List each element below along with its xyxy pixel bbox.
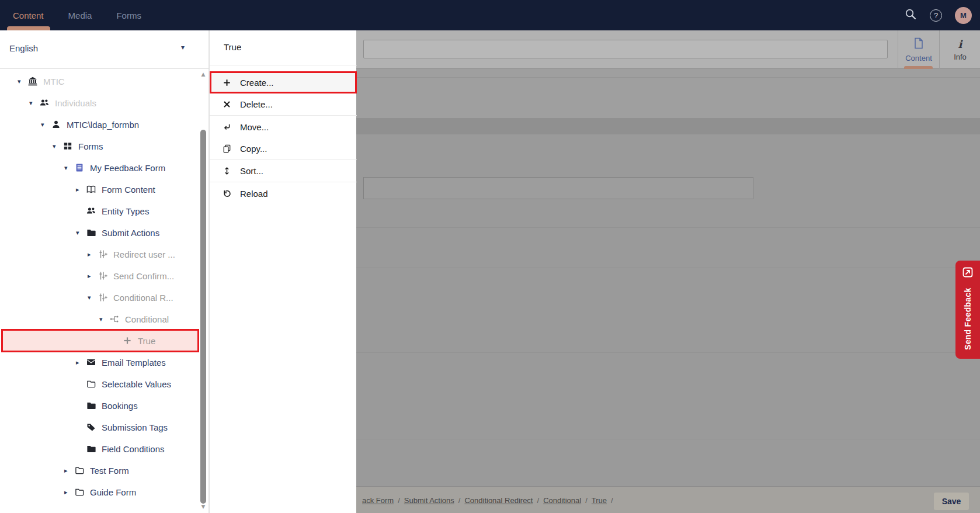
nav-tab-media[interactable]: Media	[68, 11, 92, 20]
menu-item-create[interactable]: Create...	[210, 71, 357, 93]
caret-right-icon[interactable]: ▸	[76, 359, 86, 366]
user-icon	[51, 120, 63, 129]
menu-item-label: Copy...	[240, 144, 267, 154]
help-icon[interactable]: ?	[930, 9, 942, 22]
name-input-dimmed	[363, 40, 888, 58]
tree-item-guide-form[interactable]: ▸Guide Form	[0, 481, 200, 502]
breadcrumb-link-true[interactable]: True	[592, 496, 607, 505]
caret-down-icon[interactable]: ▾	[29, 99, 40, 107]
caret-down-icon[interactable]: ▾	[88, 294, 98, 301]
tree-item-send-confirm[interactable]: ▸Send Confirm...	[0, 265, 200, 286]
caret-down-icon[interactable]: ▾	[64, 164, 75, 172]
caret-right-icon[interactable]: ▸	[64, 467, 75, 474]
tree-item-mtic-ldap-formbn[interactable]: ▾MTIC\ldap_formbn	[0, 114, 200, 135]
scrollbar-down-arrow[interactable]: ▼	[200, 504, 207, 509]
menu-item-sort[interactable]: Sort...	[210, 160, 357, 182]
dimmed-section-header	[356, 118, 980, 134]
menu-item-label: Sort...	[240, 166, 263, 176]
tree-item-label: Send Confirm...	[113, 271, 174, 281]
context-menu-panel: True Create...Delete...Move...Copy...Sor…	[209, 30, 356, 513]
menu-item-copy[interactable]: Copy...	[210, 138, 357, 160]
nav-active-underline	[7, 26, 50, 30]
move-icon	[223, 123, 233, 131]
caret-down-icon[interactable]: ▾	[18, 78, 28, 85]
tree-item-label: Guide Form	[90, 487, 136, 497]
grid-icon	[63, 141, 75, 151]
menu-item-label: Create...	[240, 78, 274, 88]
folder-outline-icon	[75, 466, 86, 475]
tree-item-label: My Feedback Form	[90, 163, 165, 173]
language-select[interactable]: English ▾	[0, 30, 209, 69]
caret-down-icon[interactable]: ▾	[99, 316, 110, 323]
breadcrumb-link-conditional-redirect[interactable]: Conditional Redirect	[464, 496, 533, 505]
tree-item-label: Redirect user ...	[113, 249, 175, 259]
cross-icon	[223, 100, 233, 109]
tree-item-label: Submission Tags	[102, 422, 168, 432]
nav-tab-forms[interactable]: Forms	[116, 11, 141, 20]
tree-item-my-feedback-form[interactable]: ▾My Feedback Form	[0, 157, 200, 178]
tree-item-label: Form Content	[102, 185, 155, 195]
folder-outline-icon	[75, 487, 86, 497]
tree-item-label: Bookings	[102, 401, 138, 411]
tree-item-email-templates[interactable]: ▸Email Templates	[0, 352, 200, 373]
reload-icon	[223, 189, 233, 198]
caret-right-icon[interactable]: ▸	[76, 186, 86, 193]
tree-item-redirect-user[interactable]: ▸Redirect user ...	[0, 244, 200, 265]
tree-item-label: True	[138, 336, 155, 346]
dimmed-divider	[356, 77, 980, 78]
tree-item-conditional-r[interactable]: ▾Conditional R...	[0, 287, 200, 308]
search-icon[interactable]	[904, 8, 917, 23]
plus-icon	[223, 78, 233, 87]
tree-item-label: Test Form	[90, 466, 129, 476]
tab-content-label: Content	[905, 54, 932, 63]
menu-item-label: Reload	[240, 189, 268, 199]
tree-item-test-form[interactable]: ▸Test Form	[0, 460, 200, 481]
tree-item-bookings[interactable]: Bookings	[0, 395, 200, 416]
breadcrumb-link-submit-actions[interactable]: Submit Actions	[404, 496, 454, 505]
book-icon	[86, 185, 98, 194]
folder-outline-icon	[86, 379, 98, 389]
tree-item-entity-types[interactable]: Entity Types	[0, 200, 200, 221]
nav-tab-content[interactable]: Content	[13, 11, 44, 20]
tree-item-label: Conditional	[125, 314, 169, 324]
tree-item-submit-actions[interactable]: ▾Submit Actions	[0, 222, 200, 243]
avatar[interactable]: M	[955, 7, 972, 24]
caret-right-icon[interactable]: ▸	[88, 272, 98, 280]
breadcrumb-link-conditional[interactable]: Conditional	[543, 496, 581, 505]
scrollbar-up-arrow[interactable]: ▲	[200, 71, 207, 77]
tree-item-mtic[interactable]: ▾MTIC	[0, 71, 200, 92]
tree-item-individuals[interactable]: ▾Individuals	[0, 92, 200, 113]
tree-item-form-content[interactable]: ▸Form Content	[0, 179, 200, 200]
send-feedback-button[interactable]: Send Feedback	[955, 261, 980, 359]
tree-item-conditional[interactable]: ▾Conditional	[0, 309, 200, 330]
tree-item-label: Email Templates	[102, 358, 166, 368]
caret-right-icon[interactable]: ▸	[88, 251, 98, 258]
tab-content[interactable]: Content	[898, 30, 939, 69]
tree-item-forms[interactable]: ▾Forms	[0, 136, 200, 157]
tree-item-selectable-values[interactable]: Selectable Values	[0, 373, 200, 394]
tree-item-field-conditions[interactable]: Field Conditions	[0, 438, 200, 459]
breadcrumb-link-ack-form[interactable]: ack Form	[362, 496, 394, 505]
save-button[interactable]: Save	[934, 493, 969, 510]
breadcrumb-separator: /	[611, 496, 613, 505]
caret-down-icon[interactable]: ▾	[41, 121, 51, 129]
scrollbar-thumb[interactable]	[200, 130, 206, 504]
dimmed-divider	[356, 439, 980, 439]
tree-item-true[interactable]: True	[1, 329, 199, 352]
sliders-icon	[98, 271, 110, 280]
tab-info[interactable]: i Info	[940, 30, 980, 69]
tree-item-submission-tags[interactable]: Submission Tags	[0, 417, 200, 438]
send-icon	[962, 266, 974, 280]
menu-item-reload[interactable]: Reload	[210, 182, 357, 204]
breadcrumb-separator: /	[537, 496, 540, 505]
breadcrumb-separator: /	[398, 496, 400, 505]
users-icon	[86, 206, 98, 216]
folder-icon	[86, 401, 98, 410]
menu-item-delete[interactable]: Delete...	[210, 93, 357, 116]
app-root: Content i Info ack Form/Submit Actions/C…	[0, 0, 980, 513]
tree-sidebar: English ▾ ▾MTIC▾Individuals▾MTIC\ldap_fo…	[0, 30, 209, 513]
caret-down-icon[interactable]: ▾	[76, 229, 86, 237]
caret-right-icon[interactable]: ▸	[64, 488, 75, 496]
menu-item-move[interactable]: Move...	[210, 116, 357, 138]
caret-down-icon[interactable]: ▾	[53, 143, 63, 150]
